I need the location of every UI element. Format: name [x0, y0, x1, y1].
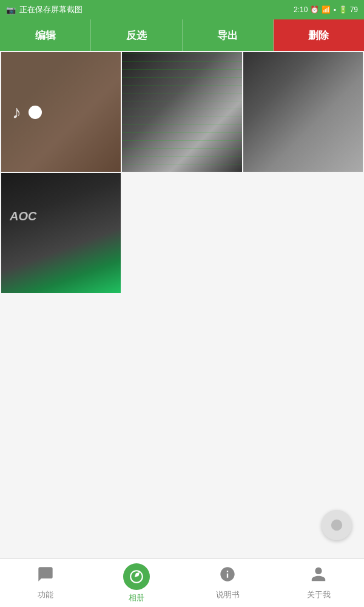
export-button[interactable]: 导出 [183, 19, 274, 51]
fab-icon [330, 518, 343, 532]
photo-grid: ♪ [0, 51, 364, 558]
edit-button[interactable]: 编辑 [0, 19, 91, 51]
svg-point-0 [331, 520, 342, 531]
screenshot-icon: 📷 [6, 5, 16, 15]
nav-album[interactable]: 相册 [91, 559, 182, 607]
grid-container: ♪ [0, 51, 364, 294]
about-icon [310, 566, 327, 587]
album-icon-circle [123, 563, 150, 590]
delete-button[interactable]: 删除 [274, 19, 364, 51]
manual-label: 说明书 [216, 589, 240, 600]
status-left: 📷 正在保存屏幕截图 [6, 4, 83, 15]
nav-manual[interactable]: 说明书 [182, 559, 273, 607]
video-overlay: ♪ [1, 52, 121, 172]
bottom-nav: 功能 相册 说明书 关于我 [0, 558, 364, 607]
alarm-icon: ⏰ [310, 5, 319, 14]
time-text: 2:10 [294, 5, 308, 14]
toolbar: 编辑 反选 导出 删除 [0, 19, 364, 51]
manual-icon [219, 566, 236, 587]
music-icon: ♪ [12, 102, 21, 123]
signal-icon: ▪ [333, 5, 335, 14]
nav-about[interactable]: 关于我 [273, 559, 364, 607]
wifi-icon: 📶 [322, 5, 331, 14]
grid-item-4[interactable] [1, 173, 121, 293]
fab-button[interactable] [322, 510, 352, 540]
notification-text: 正在保存屏幕截图 [19, 4, 83, 15]
invert-button[interactable]: 反选 [91, 19, 182, 51]
grid-item-2[interactable] [122, 52, 241, 172]
nav-feature[interactable]: 功能 [0, 559, 91, 607]
battery-icon: 🔋 [339, 5, 348, 14]
compass-icon [129, 569, 144, 585]
grid-item-1[interactable]: ♪ [1, 52, 121, 172]
grid-item-3[interactable] [243, 52, 363, 172]
status-bar: 📷 正在保存屏幕截图 2:10 ⏰ 📶 ▪ 🔋 79 [0, 0, 364, 19]
record-dot [29, 106, 42, 119]
status-right: 2:10 ⏰ 📶 ▪ 🔋 79 [294, 5, 358, 14]
album-label: 相册 [129, 592, 144, 603]
feature-icon [37, 566, 54, 587]
battery-text: 79 [350, 5, 358, 14]
about-label: 关于我 [307, 589, 331, 600]
feature-label: 功能 [38, 589, 53, 600]
